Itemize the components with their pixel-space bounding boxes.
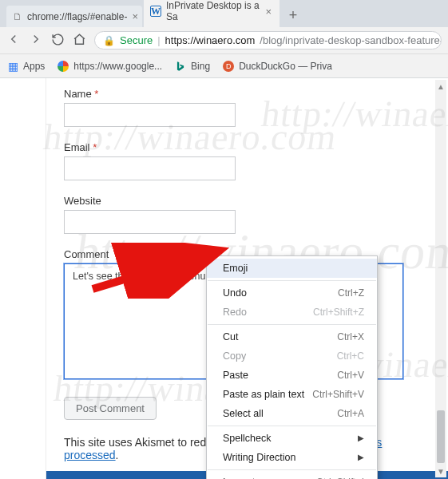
bookmark-label: Bing [191, 61, 210, 72]
scroll-down-icon[interactable]: ▼ [435, 465, 446, 477]
tab-strip: 🗋 chrome://flags/#enable- × W InPrivate … [0, 0, 448, 27]
close-tab-icon[interactable]: × [132, 10, 138, 22]
separator-icon: | [157, 34, 160, 46]
url-path: /blog/inprivate-deskop-sandbox-feature-w… [260, 34, 442, 46]
ctx-separator [208, 426, 376, 426]
google-favicon-icon [57, 61, 69, 72]
left-column-strip [0, 78, 46, 479]
bookmark-apps[interactable]: ▦ Apps [8, 60, 45, 73]
ctx-select-all[interactable]: Select all Ctrl+A [207, 404, 377, 423]
submenu-arrow-icon: ▶ [358, 431, 364, 445]
tab-inprivate-desktop[interactable]: W InPrivate Desktop is a Sa × [144, 0, 280, 27]
winaero-favicon-icon: W [150, 6, 161, 17]
bing-icon [175, 61, 186, 72]
bookmark-label: Apps [23, 61, 45, 72]
bookmark-google[interactable]: https://www.google... [57, 61, 162, 72]
apps-icon: ▦ [8, 60, 18, 73]
field-website: Website [64, 195, 424, 248]
duckduckgo-icon: D [223, 61, 234, 72]
reload-button[interactable] [51, 33, 65, 49]
secure-label: Secure [120, 34, 153, 46]
ctx-paste[interactable]: Paste Ctrl+V [207, 366, 377, 385]
field-email: Email * [64, 141, 424, 195]
ctx-inspect[interactable]: Inspect Ctrl+Shift+I [207, 473, 377, 479]
ctx-separator [208, 280, 376, 281]
ctx-paste-plain[interactable]: Paste as plain text Ctrl+Shift+V [207, 385, 377, 404]
address-bar[interactable]: 🔒 Secure | https://winaero.com/blog/inpr… [94, 31, 442, 49]
tab-title: chrome://flags/#enable- [27, 11, 127, 22]
required-asterisk: * [93, 141, 97, 153]
bookmark-label: https://www.google... [73, 61, 162, 72]
post-comment-button[interactable]: Post Comment [64, 397, 157, 420]
tab-title: InPrivate Desktop is a Sa [166, 0, 260, 22]
browser-toolbar: 🔒 Secure | https://winaero.com/blog/inpr… [0, 27, 448, 54]
back-button[interactable] [6, 32, 21, 49]
scroll-thumb[interactable] [437, 410, 445, 463]
ctx-redo[interactable]: Redo Ctrl+Shift+Z [207, 303, 377, 322]
bookmark-label: DuckDuckGo — Priva [239, 61, 332, 72]
lock-icon: 🔒 [103, 35, 115, 46]
ctx-copy[interactable]: Copy Ctrl+C [207, 346, 377, 366]
home-button[interactable] [73, 33, 86, 49]
submenu-arrow-icon: ▶ [358, 450, 364, 465]
blank-page-icon: 🗋 [13, 11, 22, 22]
ctx-undo[interactable]: Undo Ctrl+Z [207, 283, 377, 303]
name-input[interactable] [64, 103, 236, 127]
akismet-text: This site uses Akismet to redu [64, 436, 212, 449]
bookmark-duckduckgo[interactable]: D DuckDuckGo — Priva [223, 61, 332, 72]
website-input[interactable] [64, 210, 236, 234]
ctx-separator [208, 469, 376, 470]
ctx-emoji[interactable]: Emoji [207, 259, 377, 278]
comment-text: Let's see the new Emoji menu [73, 271, 205, 282]
close-tab-icon[interactable]: × [265, 6, 272, 18]
url-host: https://winaero.com [165, 34, 256, 46]
forward-button[interactable] [29, 32, 43, 49]
name-label: Name * [64, 88, 424, 100]
ctx-writing-direction[interactable]: Writing Direction ▶ [207, 448, 377, 467]
field-name: Name * [64, 88, 424, 141]
new-tab-button[interactable]: + [286, 8, 300, 22]
email-input[interactable] [64, 156, 236, 180]
website-label: Website [64, 195, 424, 207]
ctx-spellcheck[interactable]: Spellcheck ▶ [207, 429, 377, 448]
bookmarks-bar: ▦ Apps https://www.google... Bing D Duck… [0, 54, 448, 78]
vertical-scrollbar[interactable]: ▲ ▼ [435, 80, 446, 477]
scroll-up-icon[interactable]: ▲ [435, 80, 446, 93]
tab-chrome-flags[interactable]: 🗋 chrome://flags/#enable- × [6, 6, 142, 27]
context-menu: Emoji Undo Ctrl+Z Redo Ctrl+Shift+Z Cut … [206, 255, 378, 479]
email-label: Email * [64, 141, 424, 153]
ctx-separator [208, 324, 376, 325]
ctx-cut[interactable]: Cut Ctrl+X [207, 327, 377, 346]
required-asterisk: * [94, 88, 98, 100]
bookmark-bing[interactable]: Bing [175, 61, 210, 72]
